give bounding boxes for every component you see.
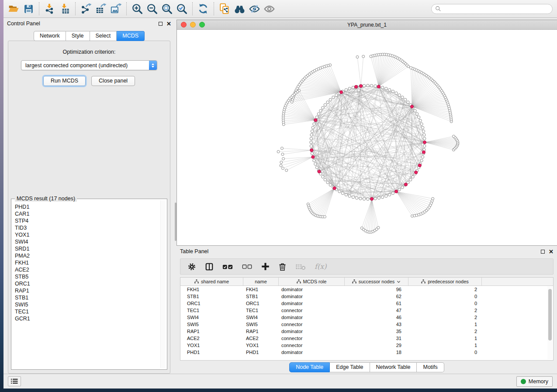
float-panel-icon[interactable] [159, 22, 163, 26]
show-all-button[interactable] [262, 1, 277, 16]
mcds-result-item[interactable]: STB1 [14, 294, 160, 301]
toolbar-separator [39, 2, 39, 15]
show-column-panel-button[interactable] [205, 262, 214, 271]
delete-table-button[interactable] [295, 263, 306, 270]
select-all-rows-button[interactable] [222, 264, 233, 270]
mcds-result-item[interactable]: SRD1 [14, 245, 160, 252]
tab-select[interactable]: Select [90, 31, 117, 41]
float-panel-icon[interactable] [541, 250, 545, 254]
mcds-result-item[interactable]: GCR1 [14, 315, 160, 322]
open-file-button[interactable] [6, 1, 21, 16]
table-row[interactable]: SWI4SWI4dominator462 [180, 314, 553, 321]
network-from-selection-button[interactable] [217, 1, 232, 16]
network-window-title: YPA_prune.txt_1 [177, 22, 557, 28]
add-row-button[interactable] [261, 262, 270, 271]
export-image-icon [110, 3, 121, 14]
network-graph[interactable] [177, 30, 557, 245]
column-header-successor-nodes[interactable]: successor nodes [345, 278, 408, 285]
network-canvas[interactable] [177, 30, 557, 245]
column-header-mcds-role[interactable]: MCDS role [279, 278, 345, 285]
control-panel-tabs: Network Style Select MCDS [3, 31, 175, 41]
network-window-titlebar[interactable]: YPA_prune.txt_1 [177, 20, 557, 30]
table-row[interactable]: TEC1TEC1connector472 [180, 307, 553, 314]
mcds-result-item[interactable]: ACE2 [14, 266, 160, 273]
tab-network[interactable]: Network [34, 31, 66, 41]
mcds-result-item[interactable]: TID3 [14, 224, 160, 231]
mcds-result-item[interactable]: PHD1 [14, 203, 160, 210]
mcds-result-item[interactable]: CAR1 [14, 210, 160, 217]
close-panel-icon[interactable]: ✕ [166, 22, 171, 26]
mcds-result-item[interactable]: STB5 [14, 273, 160, 280]
table-row[interactable]: SWI5SWI5connector431 [180, 321, 553, 328]
apply-layout-button[interactable] [196, 1, 211, 16]
fit-content-button[interactable] [159, 1, 174, 16]
tab-style[interactable]: Style [66, 31, 90, 41]
export-table-button[interactable] [93, 1, 108, 16]
table-scrollbar-thumb[interactable] [548, 289, 552, 340]
table-row[interactable]: FKH1FKH1dominator962 [180, 286, 553, 293]
table-row[interactable]: YOX1YOX1connector291 [180, 342, 553, 349]
zoom-in-button[interactable] [130, 1, 145, 16]
column-header-shared-name[interactable]: shared name [180, 278, 243, 285]
table-row[interactable]: ORC1ORC1dominator610 [180, 300, 553, 307]
close-panel-icon[interactable]: ✕ [549, 250, 554, 254]
tab-mcds[interactable]: MCDS [117, 31, 145, 41]
table-row[interactable]: PHD1PHD1dominator180 [180, 349, 553, 356]
hide-selected-button[interactable] [247, 1, 262, 16]
table-cell: FKH1 [243, 286, 279, 293]
function-builder-button[interactable]: f(x) [315, 262, 326, 271]
zoom-selected-button[interactable] [174, 1, 189, 16]
zoom-out-button[interactable] [145, 1, 159, 16]
table-cell: connector [279, 321, 345, 328]
tab-edge-table[interactable]: Edge Table [330, 362, 370, 372]
criterion-dropdown-value: largest connected component (undirected) [21, 62, 128, 69]
column-settings-button[interactable] [187, 262, 196, 271]
search-field[interactable] [431, 4, 553, 14]
search-input[interactable] [441, 6, 549, 12]
tab-motifs[interactable]: Motifs [417, 362, 444, 372]
table-cell: TEC1 [243, 307, 279, 314]
export-image-button[interactable] [108, 1, 123, 16]
toolbar-separator [214, 2, 214, 15]
cytoscape-window: Control Panel ✕ Network Style Select MCD… [3, 0, 557, 389]
mcds-result-item[interactable]: RAP1 [14, 287, 160, 294]
table-cell: 2 [408, 286, 482, 293]
mcds-result-item[interactable]: ORC1 [14, 280, 160, 287]
mcds-result-item[interactable]: SWI5 [14, 301, 160, 308]
table-row[interactable]: RAP1RAP1dominator352 [180, 328, 553, 335]
memory-button[interactable]: Memory [516, 376, 553, 387]
column-header-name[interactable]: name [243, 278, 279, 285]
tab-node-table[interactable]: Node Table [289, 362, 330, 372]
table-row[interactable]: ACE2ACE2connector311 [180, 335, 553, 342]
deselect-all-rows-button[interactable] [242, 264, 253, 269]
panel-splitter[interactable] [175, 18, 176, 374]
mcds-result-item[interactable]: SWI4 [14, 238, 160, 245]
export-network-button[interactable] [79, 1, 93, 16]
mcds-result-list[interactable]: PHD1CAR1STP4TID3YOX1SWI4SRD1PMA2FKH1ACE2… [14, 203, 160, 368]
mcds-result-item[interactable]: FKH1 [14, 259, 160, 266]
criterion-dropdown[interactable]: largest connected component (undirected) [21, 60, 157, 70]
table-cell: 29 [345, 342, 408, 349]
table-scrollbar[interactable] [547, 286, 552, 359]
mcds-result-item[interactable]: PMA2 [14, 252, 160, 259]
table-row[interactable]: STB1STB1dominator620 [180, 293, 553, 300]
table-tabs: Node Table Edge Table Network Table Moti… [176, 361, 557, 374]
import-network-button[interactable] [42, 1, 57, 16]
mcds-result-item[interactable]: YOX1 [14, 231, 160, 238]
save-icon [23, 3, 34, 14]
run-mcds-button[interactable]: Run MCDS [43, 76, 86, 86]
import-table-button[interactable] [57, 1, 72, 16]
save-session-button[interactable] [21, 1, 36, 16]
find-button[interactable] [232, 1, 247, 16]
task-history-button[interactable] [8, 376, 21, 386]
tab-network-table[interactable]: Network Table [370, 362, 417, 372]
table-cell: ACE2 [243, 335, 279, 342]
column-header-predecessor-nodes[interactable]: predecessor nodes [408, 278, 482, 285]
mcds-result-item[interactable]: STP4 [14, 217, 160, 224]
close-panel-button[interactable]: Close panel [91, 76, 135, 86]
mcds-result-item[interactable]: TEC1 [14, 308, 160, 315]
mcds-list-scrollbar[interactable] [160, 200, 166, 368]
delete-row-button[interactable] [278, 262, 287, 271]
table-cell: 47 [345, 307, 408, 314]
splitter-handle[interactable] [175, 203, 176, 241]
